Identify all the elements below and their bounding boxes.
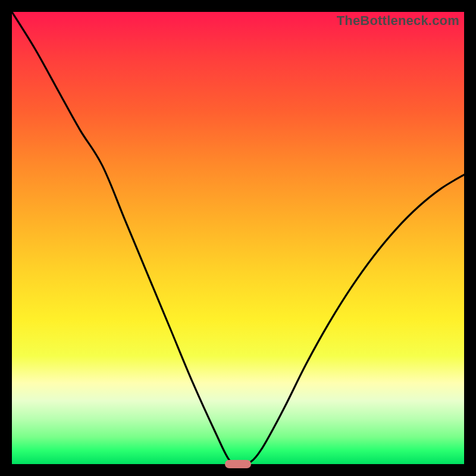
chart-frame: TheBottleneck.com xyxy=(0,0,476,476)
curve-path xyxy=(12,12,464,464)
optimum-marker xyxy=(225,460,251,468)
plot-area: TheBottleneck.com xyxy=(12,12,464,464)
bottleneck-curve xyxy=(12,12,464,464)
